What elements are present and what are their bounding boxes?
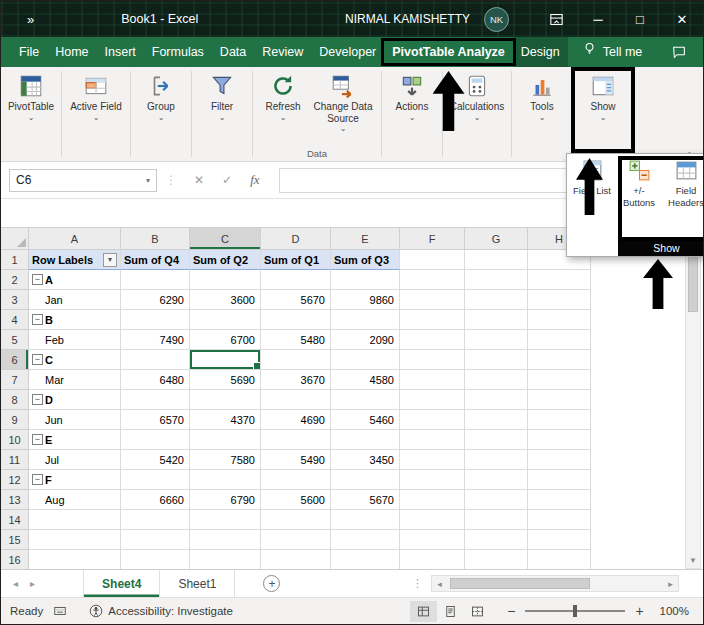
cell-B15[interactable] [121,530,190,550]
cell-H5[interactable] [528,330,591,350]
cell-D4[interactable] [261,310,331,330]
cell-E1[interactable]: Sum of Q3 [331,250,400,270]
horizontal-scroll-thumb[interactable] [450,578,590,589]
tools-button[interactable]: Tools⌄ [516,69,568,147]
cell-D6[interactable] [261,350,331,370]
cell-G1[interactable] [465,250,528,270]
collapse-group-button[interactable]: − [32,354,43,365]
cell-C6[interactable] [190,350,261,370]
sheet-nav-left-icon[interactable]: ◂ [13,578,18,589]
cell-H10[interactable] [528,430,591,450]
cell-A9[interactable]: Jun [29,410,121,430]
tab-developer[interactable]: Developer [311,37,384,67]
cell-D14[interactable] [261,510,331,530]
calculations-button[interactable]: Calculations⌄ [447,69,507,147]
row-header-9[interactable]: 9 [1,410,29,430]
page-break-view-button[interactable] [464,601,491,622]
scroll-right-icon[interactable]: ▸ [663,579,678,589]
cell-B11[interactable]: 5420 [121,450,190,470]
minimize-button[interactable]: ─ [577,1,619,37]
cell-D12[interactable] [261,470,331,490]
cell-C16[interactable] [190,550,261,570]
cell-F15[interactable] [400,530,465,550]
chevron-down-icon[interactable]: ▾ [146,176,150,185]
add-sheet-button[interactable]: + [263,575,280,592]
cell-C13[interactable]: 6790 [190,490,261,510]
zoom-slider[interactable] [525,610,625,612]
cell-H2[interactable] [528,270,591,290]
scroll-down-icon[interactable]: ▼ [686,553,700,568]
user-name[interactable]: NIRMAL KAMISHETTY [345,12,470,26]
cell-D5[interactable]: 5480 [261,330,331,350]
cell-C5[interactable]: 6700 [190,330,261,350]
cell-B12[interactable] [121,470,190,490]
group-button[interactable]: Group⌄ [135,69,187,147]
cell-G8[interactable] [465,390,528,410]
zoom-level[interactable]: 100% [660,605,689,617]
row-header-13[interactable]: 13 [1,490,29,510]
cell-A8[interactable]: −D [29,390,121,410]
cell-G5[interactable] [465,330,528,350]
cell-E14[interactable] [331,510,400,530]
cell-G13[interactable] [465,490,528,510]
sheet-tab-sheet4[interactable]: Sheet4 [83,570,160,597]
row-header-4[interactable]: 4 [1,310,29,330]
actions-button[interactable]: Actions⌄ [386,69,438,147]
column-header-b[interactable]: B [121,228,190,250]
tab-insert[interactable]: Insert [97,37,144,67]
cell-B3[interactable]: 6290 [121,290,190,310]
row-header-10[interactable]: 10 [1,430,29,450]
refresh-button[interactable]: Refresh⌄ [257,69,309,147]
vertical-scrollbar[interactable]: ▲ ▼ [685,227,701,569]
macro-record-icon[interactable] [53,604,67,618]
cell-B4[interactable] [121,310,190,330]
cell-F6[interactable] [400,350,465,370]
cell-D1[interactable]: Sum of Q1 [261,250,331,270]
cell-A2[interactable]: −A [29,270,121,290]
cell-G11[interactable] [465,450,528,470]
cell-H7[interactable] [528,370,591,390]
avatar[interactable]: NK [484,7,509,32]
row-header-11[interactable]: 11 [1,450,29,470]
cell-B10[interactable] [121,430,190,450]
row-header-3[interactable]: 3 [1,290,29,310]
tab-pivottable-analyze[interactable]: PivotTable Analyze [384,37,513,67]
filter-button[interactable]: Filter⌄ [196,69,248,147]
cell-E7[interactable]: 4580 [331,370,400,390]
cell-D3[interactable]: 5670 [261,290,331,310]
zoom-in-button[interactable]: + [635,603,643,619]
cell-F11[interactable] [400,450,465,470]
cell-E10[interactable] [331,430,400,450]
row-header-12[interactable]: 12 [1,470,29,490]
cell-C4[interactable] [190,310,261,330]
cell-H6[interactable] [528,350,591,370]
cell-H11[interactable] [528,450,591,470]
zoom-out-button[interactable]: − [507,603,515,619]
cell-F7[interactable] [400,370,465,390]
row-header-15[interactable]: 15 [1,530,29,550]
cell-A10[interactable]: −E [29,430,121,450]
sheet-nav-right-icon[interactable]: ▸ [30,578,35,589]
cell-C7[interactable]: 5690 [190,370,261,390]
horizontal-scroll-track[interactable] [447,576,663,591]
cell-A11[interactable]: Jul [29,450,121,470]
cell-G14[interactable] [465,510,528,530]
row-header-16[interactable]: 16 [1,550,29,570]
cell-G6[interactable] [465,350,528,370]
cell-C1[interactable]: Sum of Q2 [190,250,261,270]
cancel-icon[interactable]: ✕ [194,173,204,187]
collapse-group-button[interactable]: − [32,394,43,405]
cell-C2[interactable] [190,270,261,290]
column-header-e[interactable]: E [331,228,400,250]
field-headers-button[interactable]: Field Headers [664,158,704,208]
column-header-a[interactable]: A [29,228,121,250]
cell-E3[interactable]: 9860 [331,290,400,310]
cell-C14[interactable] [190,510,261,530]
cell-F8[interactable] [400,390,465,410]
cell-E11[interactable]: 3450 [331,450,400,470]
cell-C9[interactable]: 4370 [190,410,261,430]
change-data-source-button[interactable]: Change Data Source⌄ [309,69,377,147]
cell-H8[interactable] [528,390,591,410]
cell-G12[interactable] [465,470,528,490]
maximize-button[interactable]: □ [619,1,661,37]
